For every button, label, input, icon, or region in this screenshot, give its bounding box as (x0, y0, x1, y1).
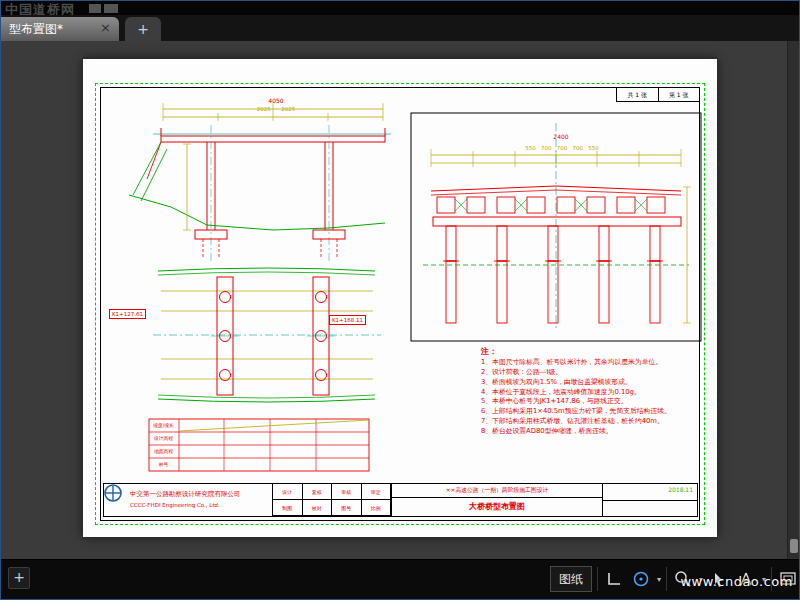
tb-cell: 制图 (273, 500, 303, 516)
section-total-dim: 2400 (481, 133, 641, 140)
measure-icon[interactable] (735, 568, 757, 590)
sheet-total: 共 1 张 (617, 88, 658, 101)
title-block-right: 2018.11 (603, 484, 697, 516)
drawing-notes: 注： 1、本图尺寸除标高、桩号以米计外，其余均以厘米为单位。 2、设计荷载：公路… (481, 346, 697, 481)
sheet-count-table: 共 1 张 第 1 张 (616, 87, 700, 102)
station-label-left: K1+127.61 (109, 309, 146, 319)
elevation-span-dim: 4050 (201, 97, 351, 104)
zoom-icon[interactable] (672, 568, 694, 590)
profile-table (149, 419, 369, 471)
watermark-decoration (89, 4, 101, 13)
note-item: 7、下部结构采用柱式桥墩、钻孔灌注桩基础，桩长约40m。 (481, 417, 697, 427)
section-top-dims: 550 700 700 700 550 (451, 145, 673, 151)
notes-title: 注： (481, 346, 697, 357)
chevron-down-icon[interactable]: ▾ (657, 575, 661, 584)
elevation-sub-dims: 2025 2025 (183, 106, 369, 112)
bottom-toolbar: + 图纸 ▾ ▾ (1, 559, 800, 600)
note-item: 1、本图尺寸除标高、桩号以米计外，其余均以厘米为单位。 (481, 358, 697, 368)
watermark-decoration (104, 4, 118, 13)
chevron-down-icon[interactable]: ▾ (762, 575, 766, 584)
close-icon[interactable]: × (100, 20, 111, 35)
tb-cell: 图号 (332, 500, 362, 516)
tb-cell: 设计 (273, 484, 303, 500)
title-block-signature-cells: 设计 复核 审核 审定 制图 校对 图号 比例 (273, 484, 392, 516)
sheet-current: 第 1 张 (658, 88, 700, 101)
tb-cell: 审核 (332, 484, 362, 500)
pointer-icon[interactable] (708, 568, 730, 590)
note-item: 8、桥台处设置AD80型伸缩缝，桥面连续。 (481, 427, 697, 437)
title-block-divider (603, 500, 697, 501)
plan-view (153, 268, 381, 402)
tb-cell: 比例 (362, 500, 392, 516)
chevron-down-icon[interactable]: ▾ (699, 575, 703, 584)
company-name-cn: 中交第一公路勘察设计研究院有限公司 (130, 490, 241, 499)
note-item: 6、上部结构采用1×40.5m预应力砼T梁，先简支后结构连续。 (481, 407, 697, 417)
profile-row-label: 桩号 (149, 461, 178, 467)
window-layout-icon[interactable] (777, 568, 799, 590)
company-logo-icon (104, 484, 122, 502)
note-item: 2、设计荷载：公路—Ⅰ级。 (481, 368, 697, 378)
profile-row-label: 设计高程 (149, 435, 178, 441)
add-sheet-button[interactable]: + (8, 567, 30, 589)
window-titlebar: 中国道桥网 (1, 1, 800, 15)
company-name-en: CCCC-FHDI Engineering Co., Ltd. (130, 502, 220, 508)
sheet-mode-button[interactable]: 图纸 (550, 566, 592, 592)
drawing-date: 2018.11 (668, 486, 693, 493)
station-label-right: K1+168.11 (329, 315, 366, 325)
new-tab-button[interactable]: + (125, 17, 161, 41)
toolbar-divider (666, 567, 667, 591)
tab-drawing[interactable]: 型布置图* × (0, 17, 119, 41)
scrollbar-thumb[interactable] (790, 539, 798, 553)
tb-cell: 审定 (362, 484, 392, 500)
tb-cell: 校对 (303, 500, 333, 516)
vertical-scrollbar[interactable] (787, 41, 800, 559)
orbit-icon[interactable] (630, 568, 652, 590)
note-item: 4、本桥位于直线段上，地震动峰值加速度为0.10g。 (481, 388, 697, 398)
paper-sheet: 共 1 张 第 1 张 4050 2025 2025 2400 550 700 … (83, 59, 717, 537)
profile-row-label: 地面高程 (149, 448, 178, 454)
note-item: 3、桥面横坡为双向1.5%，由墩台盖梁横坡形成。 (481, 378, 697, 388)
ortho-axes-icon[interactable] (603, 568, 625, 590)
title-block-company: 中交第一公路勘察设计研究院有限公司 CCCC-FHDI Engineering … (104, 484, 273, 516)
tb-cell: 复核 (303, 484, 333, 500)
drawing-title: 大桥桥型布置图 (392, 498, 602, 516)
toolbar-divider (597, 567, 598, 591)
tab-label: 型布置图* (9, 21, 63, 38)
tab-bar: 型布置图* × + (1, 15, 800, 41)
title-block-center: ××高速公路（一期）两阶段施工图设计 大桥桥型布置图 (392, 484, 603, 516)
plus-icon: + (137, 21, 149, 37)
application-window: 中国道桥网 型布置图* × + (0, 0, 800, 600)
note-item: 5、本桥中心桩号为JK1+147.86，与路线正交。 (481, 397, 697, 407)
project-name: ××高速公路（一期）两阶段施工图设计 (392, 484, 602, 498)
toolbar-divider (771, 567, 772, 591)
title-block: 中交第一公路勘察设计研究院有限公司 CCCC-FHDI Engineering … (103, 483, 698, 517)
view-tools: 图纸 ▾ ▾ (550, 564, 799, 594)
elevation-view (129, 103, 391, 263)
profile-row-label: 坡度/坡长 (149, 422, 178, 428)
drawing-canvas-area[interactable]: 共 1 张 第 1 张 4050 2025 2025 2400 550 700 … (1, 41, 800, 559)
